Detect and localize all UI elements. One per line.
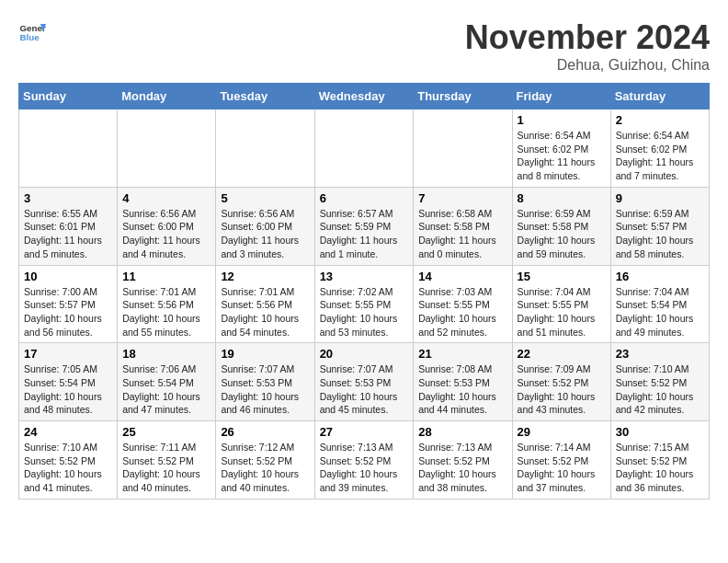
- weekday-header-row: SundayMondayTuesdayWednesdayThursdayFrid…: [19, 84, 710, 109]
- day-info: Sunrise: 7:10 AMSunset: 5:52 PMDaylight:…: [24, 441, 112, 495]
- weekday-header-tuesday: Tuesday: [216, 84, 314, 109]
- day-number: 28: [418, 425, 506, 439]
- day-number: 27: [320, 425, 409, 439]
- day-number: 18: [122, 347, 210, 361]
- day-info: Sunrise: 6:54 AMSunset: 6:02 PMDaylight:…: [616, 129, 704, 183]
- calendar-cell: 5Sunrise: 6:56 AMSunset: 6:00 PMDaylight…: [216, 187, 314, 265]
- day-info: Sunrise: 6:56 AMSunset: 6:00 PMDaylight:…: [221, 207, 309, 261]
- calendar-cell: 11Sunrise: 7:01 AMSunset: 5:56 PMDayligh…: [118, 265, 216, 343]
- day-info: Sunrise: 7:04 AMSunset: 5:55 PMDaylight:…: [518, 285, 606, 339]
- calendar-cell: 15Sunrise: 7:04 AMSunset: 5:55 PMDayligh…: [512, 265, 610, 343]
- calendar-cell: [314, 109, 414, 188]
- calendar-cell: 21Sunrise: 7:08 AMSunset: 5:53 PMDayligh…: [414, 343, 512, 421]
- day-info: Sunrise: 7:06 AMSunset: 5:54 PMDaylight:…: [122, 362, 210, 417]
- calendar-week-row: 24Sunrise: 7:10 AMSunset: 5:52 PMDayligh…: [19, 421, 710, 500]
- calendar-week-row: 10Sunrise: 7:00 AMSunset: 5:57 PMDayligh…: [19, 265, 710, 343]
- page-header: General Blue November 2024 Dehua, Guizho…: [18, 18, 710, 74]
- calendar-week-row: 3Sunrise: 6:55 AMSunset: 6:01 PMDaylight…: [19, 187, 710, 265]
- day-number: 16: [616, 270, 704, 283]
- day-info: Sunrise: 7:01 AMSunset: 5:56 PMDaylight:…: [221, 285, 309, 339]
- day-info: Sunrise: 7:12 AMSunset: 5:52 PMDaylight:…: [221, 441, 309, 495]
- calendar-cell: 6Sunrise: 6:57 AMSunset: 5:59 PMDaylight…: [314, 187, 414, 265]
- day-number: 19: [221, 347, 309, 361]
- day-number: 21: [418, 347, 506, 361]
- day-number: 11: [122, 270, 210, 283]
- day-number: 17: [24, 347, 112, 361]
- weekday-header-friday: Friday: [512, 84, 610, 109]
- day-number: 22: [518, 347, 606, 361]
- calendar-cell: 1Sunrise: 6:54 AMSunset: 6:02 PMDaylight…: [512, 109, 610, 188]
- day-info: Sunrise: 7:09 AMSunset: 5:52 PMDaylight:…: [518, 362, 606, 417]
- calendar-cell: [414, 109, 512, 188]
- calendar-cell: 9Sunrise: 6:59 AMSunset: 5:57 PMDaylight…: [610, 187, 709, 265]
- day-info: Sunrise: 7:02 AMSunset: 5:55 PMDaylight:…: [320, 285, 409, 339]
- calendar-cell: 30Sunrise: 7:15 AMSunset: 5:52 PMDayligh…: [610, 421, 709, 500]
- day-number: 20: [320, 347, 409, 361]
- day-number: 14: [418, 270, 506, 283]
- day-number: 26: [221, 425, 309, 439]
- calendar-cell: 29Sunrise: 7:14 AMSunset: 5:52 PMDayligh…: [512, 421, 610, 500]
- calendar-cell: 3Sunrise: 6:55 AMSunset: 6:01 PMDaylight…: [19, 187, 118, 265]
- calendar-cell: 18Sunrise: 7:06 AMSunset: 5:54 PMDayligh…: [118, 343, 216, 421]
- day-info: Sunrise: 7:15 AMSunset: 5:52 PMDaylight:…: [616, 441, 704, 495]
- weekday-header-wednesday: Wednesday: [314, 84, 414, 109]
- day-info: Sunrise: 7:08 AMSunset: 5:53 PMDaylight:…: [418, 362, 506, 417]
- calendar-cell: 12Sunrise: 7:01 AMSunset: 5:56 PMDayligh…: [216, 265, 314, 343]
- day-info: Sunrise: 6:55 AMSunset: 6:01 PMDaylight:…: [24, 207, 112, 261]
- day-number: 2: [616, 113, 704, 127]
- day-number: 1: [518, 113, 606, 127]
- calendar-cell: 22Sunrise: 7:09 AMSunset: 5:52 PMDayligh…: [512, 343, 610, 421]
- calendar-cell: 25Sunrise: 7:11 AMSunset: 5:52 PMDayligh…: [118, 421, 216, 500]
- month-title: November 2024: [465, 18, 710, 57]
- day-number: 23: [616, 347, 704, 361]
- day-info: Sunrise: 6:59 AMSunset: 5:58 PMDaylight:…: [518, 207, 606, 261]
- day-number: 24: [24, 425, 112, 439]
- svg-text:Blue: Blue: [20, 32, 40, 42]
- calendar-cell: 13Sunrise: 7:02 AMSunset: 5:55 PMDayligh…: [314, 265, 414, 343]
- calendar-cell: 4Sunrise: 6:56 AMSunset: 6:00 PMDaylight…: [118, 187, 216, 265]
- calendar-cell: 27Sunrise: 7:13 AMSunset: 5:52 PMDayligh…: [314, 421, 414, 500]
- day-number: 12: [221, 270, 309, 283]
- calendar-cell: 24Sunrise: 7:10 AMSunset: 5:52 PMDayligh…: [19, 421, 118, 500]
- title-block: November 2024 Dehua, Guizhou, China: [465, 18, 710, 74]
- calendar-cell: 28Sunrise: 7:13 AMSunset: 5:52 PMDayligh…: [414, 421, 512, 500]
- day-info: Sunrise: 6:56 AMSunset: 6:00 PMDaylight:…: [122, 207, 210, 261]
- day-number: 30: [616, 425, 704, 439]
- day-info: Sunrise: 7:13 AMSunset: 5:52 PMDaylight:…: [320, 441, 409, 495]
- day-info: Sunrise: 7:11 AMSunset: 5:52 PMDaylight:…: [122, 441, 210, 495]
- calendar-cell: [118, 109, 216, 188]
- day-number: 6: [320, 191, 409, 205]
- calendar-cell: 8Sunrise: 6:59 AMSunset: 5:58 PMDaylight…: [512, 187, 610, 265]
- logo: General Blue: [18, 18, 46, 46]
- weekday-header-sunday: Sunday: [19, 84, 118, 109]
- day-number: 9: [616, 191, 704, 205]
- day-info: Sunrise: 7:07 AMSunset: 5:53 PMDaylight:…: [320, 362, 409, 417]
- day-info: Sunrise: 6:59 AMSunset: 5:57 PMDaylight:…: [616, 207, 704, 261]
- day-number: 4: [122, 191, 210, 205]
- day-number: 15: [518, 270, 606, 283]
- day-info: Sunrise: 7:05 AMSunset: 5:54 PMDaylight:…: [24, 362, 112, 417]
- weekday-header-saturday: Saturday: [610, 84, 709, 109]
- calendar-cell: [19, 109, 118, 188]
- day-info: Sunrise: 7:14 AMSunset: 5:52 PMDaylight:…: [518, 441, 606, 495]
- day-info: Sunrise: 7:03 AMSunset: 5:55 PMDaylight:…: [418, 285, 506, 339]
- day-info: Sunrise: 7:10 AMSunset: 5:52 PMDaylight:…: [616, 362, 704, 417]
- calendar-cell: 16Sunrise: 7:04 AMSunset: 5:54 PMDayligh…: [610, 265, 709, 343]
- day-number: 8: [518, 191, 606, 205]
- day-number: 3: [24, 191, 112, 205]
- day-info: Sunrise: 7:00 AMSunset: 5:57 PMDaylight:…: [24, 285, 112, 339]
- day-number: 25: [122, 425, 210, 439]
- day-info: Sunrise: 7:01 AMSunset: 5:56 PMDaylight:…: [122, 285, 210, 339]
- day-info: Sunrise: 7:13 AMSunset: 5:52 PMDaylight:…: [418, 441, 506, 495]
- day-number: 10: [24, 270, 112, 283]
- calendar-week-row: 17Sunrise: 7:05 AMSunset: 5:54 PMDayligh…: [19, 343, 710, 421]
- day-info: Sunrise: 6:54 AMSunset: 6:02 PMDaylight:…: [518, 129, 606, 183]
- logo-icon: General Blue: [18, 18, 46, 46]
- calendar-cell: 19Sunrise: 7:07 AMSunset: 5:53 PMDayligh…: [216, 343, 314, 421]
- day-info: Sunrise: 7:04 AMSunset: 5:54 PMDaylight:…: [616, 285, 704, 339]
- day-number: 7: [418, 191, 506, 205]
- day-number: 29: [518, 425, 606, 439]
- location-title: Dehua, Guizhou, China: [465, 57, 710, 74]
- calendar-cell: 14Sunrise: 7:03 AMSunset: 5:55 PMDayligh…: [414, 265, 512, 343]
- day-info: Sunrise: 6:57 AMSunset: 5:59 PMDaylight:…: [320, 207, 409, 261]
